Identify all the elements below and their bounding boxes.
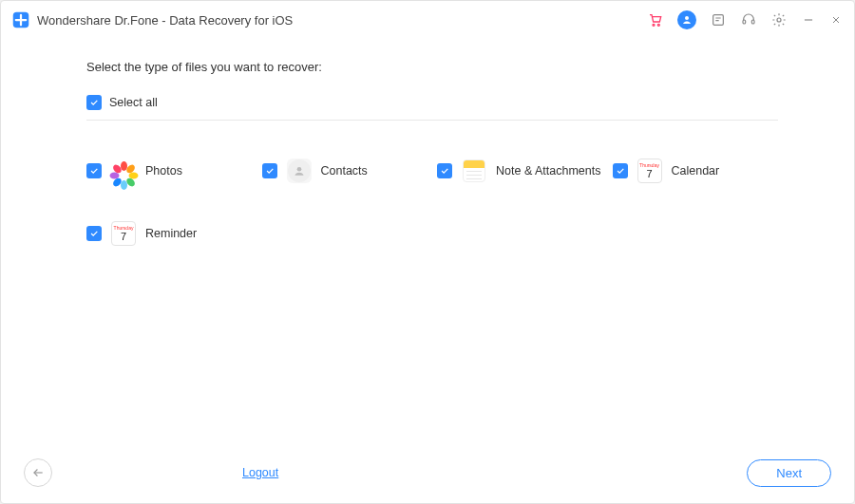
svg-point-3 [685,16,689,20]
cart-icon[interactable] [647,11,664,28]
type-item-photos: Photos [86,159,253,183]
close-button[interactable] [829,13,843,27]
app-window: Wondershare Dr.Fone - Data Recovery for … [0,0,855,504]
bottom-bar: Logout Next [1,454,854,492]
type-item-calendar: Thursday7 Calendar [613,159,779,183]
checkbox-photos[interactable] [86,163,102,178]
svg-rect-4 [713,15,724,26]
prompt-text: Select the type of files you want to rec… [86,60,778,74]
notes-icon [462,159,486,183]
reminder-icon: Thursday7 [111,221,136,246]
type-item-notes: Note & Attachments [437,159,603,183]
type-label-contacts: Contacts [321,164,368,177]
title-controls [647,10,843,29]
logout-link[interactable]: Logout [242,466,278,479]
type-item-reminder: Thursday7 Reminder [86,221,253,246]
type-label-calendar: Calendar [672,164,720,177]
checkbox-notes[interactable] [437,163,452,178]
settings-icon[interactable] [770,11,788,28]
svg-rect-6 [751,20,754,24]
calendar-icon: Thursday7 [637,159,662,183]
checkbox-contacts[interactable] [262,163,277,178]
svg-point-2 [657,24,659,26]
type-label-photos: Photos [145,164,182,177]
contacts-icon [287,159,312,183]
checkbox-reminder[interactable] [86,226,102,241]
app-logo-icon [12,11,29,28]
support-icon[interactable] [740,11,757,28]
file-type-grid: Photos Contacts Note & Attachments [86,159,778,246]
feedback-icon[interactable] [710,11,727,28]
type-label-notes: Note & Attachments [496,164,600,177]
select-all-row: Select all [86,95,778,121]
window-title: Wondershare Dr.Fone - Data Recovery for … [37,13,293,28]
title-bar: Wondershare Dr.Fone - Data Recovery for … [1,1,854,39]
back-button[interactable] [24,458,52,487]
user-icon[interactable] [677,10,696,29]
type-label-reminder: Reminder [145,227,197,240]
select-all-checkbox[interactable] [86,95,102,110]
checkbox-calendar[interactable] [613,163,628,178]
next-button[interactable]: Next [747,459,831,487]
svg-rect-5 [743,20,746,24]
minimize-button[interactable] [801,12,816,28]
type-item-contacts: Contacts [262,159,428,183]
select-all-label: Select all [109,96,158,109]
main-content: Select the type of files you want to rec… [1,39,854,246]
svg-point-8 [296,167,301,172]
svg-point-7 [777,18,781,22]
reminder-daynum: 7 [121,232,126,242]
calendar-daynum: 7 [646,169,652,179]
photos-icon [111,159,136,183]
svg-point-1 [653,24,655,26]
calendar-dayname: Thursday [639,163,659,168]
reminder-dayname: Thursday [114,226,134,231]
